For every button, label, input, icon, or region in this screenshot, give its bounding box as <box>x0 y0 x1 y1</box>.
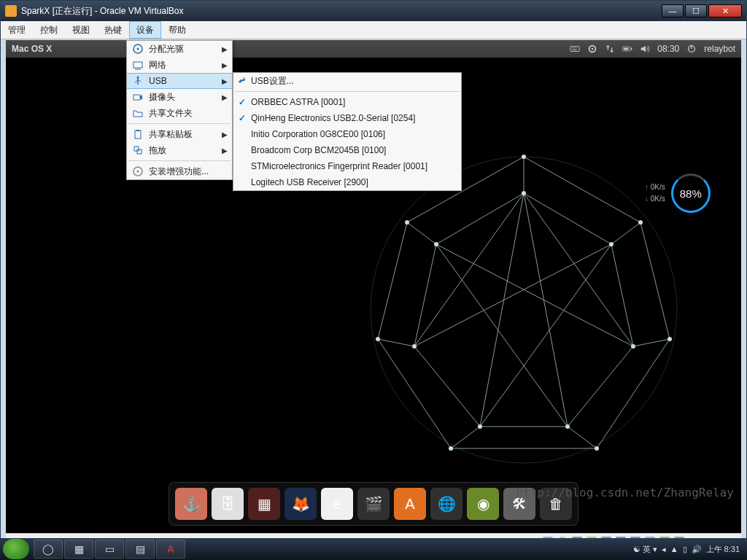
dock-browser2[interactable]: 🌐 <box>430 488 462 520</box>
devices-item-usb[interactable]: USB▶ <box>127 73 232 89</box>
menu-管理[interactable]: 管理 <box>1 21 33 39</box>
svg-point-30 <box>522 155 526 159</box>
network-widget: ↑ 0K/s ↓ 0K/s 88% <box>645 171 732 215</box>
usb-icon <box>130 75 146 87</box>
chevron-right-icon: ▶ <box>222 147 228 155</box>
dock-workspaces[interactable]: ▦ <box>248 488 280 520</box>
svg-point-40 <box>565 424 570 429</box>
taskbar-virtualbox[interactable]: ▦ <box>64 540 93 559</box>
svg-point-32 <box>667 337 672 341</box>
systray: ☯ 英 ▾ ◂ ▲ ▯ 🔊 上午 8:31 <box>633 544 744 555</box>
dock-evince[interactable]: e <box>321 488 353 520</box>
svg-rect-0 <box>570 47 579 52</box>
devices-item-drag[interactable]: 拖放▶ <box>127 142 232 158</box>
cam-icon <box>130 91 146 103</box>
disc-icon <box>130 43 146 55</box>
watermark-text: http://blog.csdn.net/ZhangRelay <box>516 486 734 499</box>
chevron-right-icon: ▶ <box>222 93 228 101</box>
virtualbox-icon <box>5 5 17 17</box>
usb-device[interactable]: ✓ORBBEC ASTRA [0001] <box>233 94 461 110</box>
chevron-right-icon: ▶ <box>222 77 228 85</box>
svg-rect-53 <box>135 131 141 139</box>
devices-item-disc[interactable]: 分配光驱▶ <box>127 41 232 57</box>
taskbar-chrome[interactable]: ◯ <box>34 540 63 559</box>
taskbar-clock[interactable]: 上午 8:31 <box>706 545 740 553</box>
guest-user[interactable]: relaybot <box>704 44 735 54</box>
svg-line-19 <box>451 427 480 448</box>
usb-device[interactable]: Initio Corporation 0G8CE00 [0106] <box>233 126 461 142</box>
tray-vol-icon[interactable]: 🔊 <box>692 545 702 554</box>
dock-software[interactable]: A <box>394 488 426 520</box>
clip-icon <box>130 128 146 140</box>
dock-files[interactable]: 🗄 <box>212 488 244 520</box>
ime-indicator[interactable]: ☯ 英 ▾ <box>633 544 657 555</box>
menubar: 管理控制视图热键设备帮助 <box>1 21 746 39</box>
guest-clock[interactable]: 08:30 <box>657 44 679 54</box>
folder-icon <box>130 107 146 119</box>
taskbar-pdf[interactable]: A <box>156 540 185 559</box>
devices-item-disc2[interactable]: 安装增强功能... <box>127 163 232 179</box>
svg-rect-46 <box>133 62 142 68</box>
window-title: SparkX [正在运行] - Oracle VM VirtualBox <box>21 5 184 18</box>
menu-帮助[interactable]: 帮助 <box>161 21 193 39</box>
devices-item-clip[interactable]: 共享粘贴板▶ <box>127 126 232 142</box>
svg-point-33 <box>595 446 599 451</box>
svg-line-25 <box>414 244 611 346</box>
tray-net-icon[interactable]: ▯ <box>683 545 687 554</box>
menu-视图[interactable]: 视图 <box>65 21 97 39</box>
svg-point-39 <box>631 344 635 349</box>
usb-device[interactable]: Broadcom Corp BCM2045B [0100] <box>233 142 461 158</box>
svg-point-58 <box>137 171 139 173</box>
tray-chevron-icon[interactable]: ◂ <box>662 545 666 554</box>
dock-firefox[interactable]: 🦊 <box>285 488 317 520</box>
chevron-right-icon: ▶ <box>222 61 228 69</box>
virtualbox-window: SparkX [正在运行] - Oracle VM VirtualBox — ☐… <box>0 0 747 560</box>
devices-item-folder[interactable]: 共享文件夹 <box>127 105 232 121</box>
svg-point-38 <box>609 242 614 246</box>
drag-icon <box>130 144 146 156</box>
chevron-right-icon: ▶ <box>222 131 228 139</box>
power-icon[interactable] <box>686 44 697 54</box>
usb-device[interactable]: STMicroelectronics Fingerprint Reader [0… <box>233 158 461 174</box>
svg-line-23 <box>480 244 611 427</box>
check-icon: ✓ <box>233 113 251 123</box>
svg-line-24 <box>436 244 568 427</box>
guest-app-title[interactable]: Mac OS X <box>12 44 52 54</box>
svg-point-45 <box>137 48 139 50</box>
usb-device[interactable]: ✓QinHeng Electronics USB2.0-Serial [0254… <box>233 110 461 126</box>
menu-设备[interactable]: 设备 <box>129 21 161 39</box>
minimize-button[interactable]: — <box>662 4 684 18</box>
dock-ubuntu[interactable]: ◉ <box>467 488 499 520</box>
volume-icon[interactable] <box>640 44 650 54</box>
start-button[interactable] <box>3 539 29 559</box>
battery-icon[interactable] <box>622 44 632 54</box>
menu-热键[interactable]: 热键 <box>97 21 129 39</box>
taskbar-calc[interactable]: ▤ <box>125 540 155 559</box>
svg-marker-13 <box>378 157 670 448</box>
svg-rect-4 <box>573 50 577 50</box>
gear-icon[interactable] <box>587 44 597 54</box>
dock-media[interactable]: 🎬 <box>357 488 390 520</box>
maximize-button[interactable]: ☐ <box>685 4 707 18</box>
svg-line-29 <box>436 244 633 346</box>
devices-item-cam[interactable]: 摄像头▶ <box>127 89 232 105</box>
svg-point-6 <box>592 48 594 50</box>
svg-rect-2 <box>574 47 576 48</box>
devices-item-net[interactable]: 网络▶ <box>127 57 232 73</box>
wrench-icon <box>233 74 251 88</box>
updown-icon[interactable] <box>605 44 615 54</box>
svg-point-34 <box>449 446 453 451</box>
check-icon: ✓ <box>233 97 251 107</box>
usb-settings[interactable]: USB设置... <box>233 73 461 89</box>
dock-anchor[interactable]: ⚓ <box>175 488 207 520</box>
svg-rect-54 <box>136 130 139 131</box>
guest-tray: 08:30 relaybot <box>570 44 735 54</box>
taskbar-explorer[interactable]: ▭ <box>95 540 124 559</box>
menu-控制[interactable]: 控制 <box>33 21 65 39</box>
keyboard-icon[interactable] <box>570 44 580 54</box>
tray-flag-icon[interactable]: ▲ <box>670 545 678 553</box>
net-up: 0K/s <box>651 183 665 191</box>
usb-device[interactable]: Logitech USB Receiver [2900] <box>233 174 461 190</box>
close-button[interactable]: ✕ <box>708 4 742 18</box>
svg-point-41 <box>478 424 482 429</box>
